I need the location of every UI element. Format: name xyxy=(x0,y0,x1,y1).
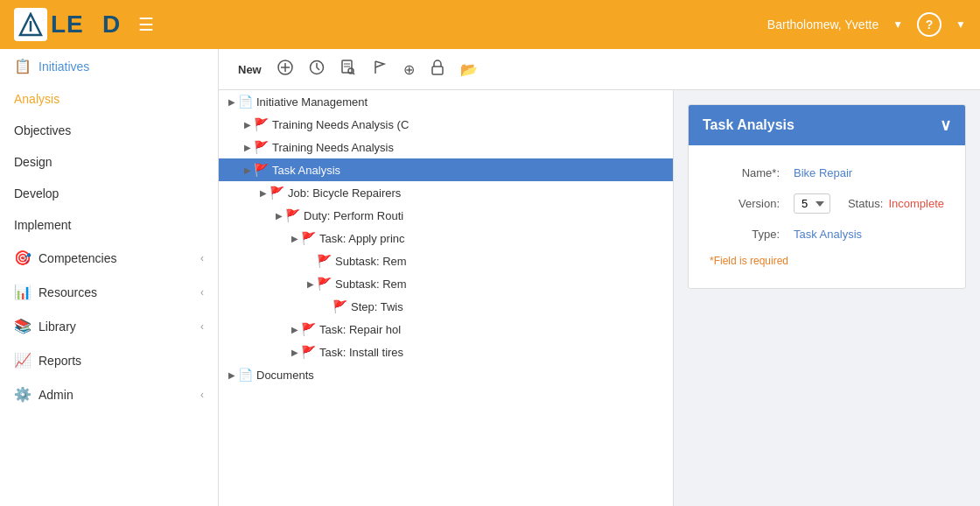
tree-toggle-task-analysis[interactable]: ▶ xyxy=(242,164,254,176)
flag-icon xyxy=(372,60,388,79)
tree-toggle-duty[interactable]: ▶ xyxy=(273,209,285,221)
tree-toggle-repair[interactable]: ▶ xyxy=(289,323,301,335)
type-value: Task Analysis xyxy=(794,228,862,241)
content-area: ▶ 📄 Initiative Management ▶ 🚩 Training N… xyxy=(219,90,980,506)
tree-label-subtask-rem-1: Subtask: Rem xyxy=(335,255,407,268)
lock-button[interactable] xyxy=(425,56,450,82)
status-section: Status: Incomplete xyxy=(848,197,944,210)
tree-item-training-needs-2[interactable]: ▶ 🚩 Training Needs Analysis xyxy=(219,136,673,158)
sidebar-item-develop[interactable]: Develop xyxy=(0,178,218,209)
competencies-icon: 🎯 xyxy=(14,249,32,266)
tree-panel: ▶ 📄 Initiative Management ▶ 🚩 Training N… xyxy=(219,90,674,506)
sidebar-label-design: Design xyxy=(14,155,52,169)
flag-button[interactable] xyxy=(367,56,393,82)
tree-item-task-analysis[interactable]: ▶ 🚩 Task Analysis xyxy=(219,158,673,181)
clock-icon xyxy=(309,60,325,75)
card-collapse-button[interactable]: ∨ xyxy=(940,116,951,135)
tree-label-documents: Documents xyxy=(256,369,314,382)
folder-button[interactable]: 📂 xyxy=(455,58,483,81)
resources-arrow: ‹ xyxy=(200,286,204,299)
header-left: LEAD ☰ xyxy=(14,8,154,41)
app-header: LEAD ☰ Bartholomew, Yvette ▼ ? ▼ xyxy=(0,0,980,49)
history-button[interactable] xyxy=(304,56,330,82)
sidebar-item-objectives[interactable]: Objectives xyxy=(0,115,218,146)
plus-circle-icon xyxy=(277,60,293,75)
user-name[interactable]: Bartholomew, Yvette xyxy=(767,18,878,32)
version-select[interactable]: 5 xyxy=(794,193,830,214)
svg-rect-12 xyxy=(432,67,443,74)
admin-left: ⚙️ Admin xyxy=(14,386,74,403)
tree-item-subtask-rem-2[interactable]: ▶ 🚩 Subtask: Rem xyxy=(219,272,673,295)
lock-icon xyxy=(430,60,444,79)
resources-icon: 📊 xyxy=(14,284,32,300)
sidebar-label-implement: Implement xyxy=(14,218,71,232)
history-icon xyxy=(309,60,325,79)
tree-item-duty-perform[interactable]: ▶ 🚩 Duty: Perform Routi xyxy=(219,204,673,227)
tree-toggle-job[interactable]: ▶ xyxy=(257,186,270,199)
form-row-name: Name*: Bike Repair xyxy=(710,166,944,179)
svg-line-10 xyxy=(353,73,354,74)
flag-yellow-icon-task: 🚩 xyxy=(254,163,269,177)
help-button[interactable]: ? xyxy=(917,12,942,37)
tree-toggle-subtask2[interactable]: ▶ xyxy=(304,278,317,290)
tree-doc-icon-initiative: 📄 xyxy=(238,95,253,109)
sidebar-item-library[interactable]: 📚 Library ‹ xyxy=(0,309,218,343)
tree-item-initiative-mgmt[interactable]: ▶ 📄 Initiative Management xyxy=(219,90,673,113)
logo-icon xyxy=(14,8,47,41)
library-arrow: ‹ xyxy=(200,320,204,333)
sidebar-item-implement[interactable]: Implement xyxy=(0,209,218,241)
tree-item-job-bicycle[interactable]: ▶ 🚩 Job: Bicycle Repairers xyxy=(219,181,673,204)
folder-icon: 📂 xyxy=(460,61,478,78)
sidebar-item-initiatives[interactable]: 📋 Initiatives xyxy=(0,49,218,83)
logo-text: LEAD xyxy=(51,11,121,39)
tree-toggle-task-apply[interactable]: ▶ xyxy=(289,232,301,244)
circle-add-button[interactable]: ⊕ xyxy=(398,58,420,81)
tree-label-task-install: Task: Install tires xyxy=(319,346,403,359)
magnifier-doc-icon xyxy=(340,60,356,75)
flag-green-icon-repair: 🚩 xyxy=(301,322,316,336)
tree-label-initiative-mgmt: Initiative Management xyxy=(256,95,368,109)
user-dropdown-arrow[interactable]: ▼ xyxy=(892,18,903,31)
tree-doc-icon-documents: 📄 xyxy=(238,368,253,382)
tree-item-training-needs-1[interactable]: ▶ 🚩 Training Needs Analysis (C xyxy=(219,113,673,136)
tree-item-task-apply[interactable]: ▶ 🚩 Task: Apply princ xyxy=(219,227,673,249)
tree-toggle-initiative[interactable]: ▶ xyxy=(226,95,238,108)
tree-label-training-needs-2: Training Needs Analysis xyxy=(272,141,394,154)
tree-toggle-training1[interactable]: ▶ xyxy=(242,118,254,130)
tree-label-task-repair: Task: Repair hol xyxy=(319,323,401,336)
tree-item-documents[interactable]: ▶ 📄 Documents xyxy=(219,363,673,386)
search-button[interactable] xyxy=(335,56,361,82)
name-value: Bike Repair xyxy=(794,166,852,179)
tree-item-subtask-rem-1[interactable]: 🚩 Subtask: Rem xyxy=(219,249,673,272)
admin-arrow: ‹ xyxy=(200,389,204,401)
sidebar-item-reports[interactable]: 📈 Reports xyxy=(0,343,218,377)
sidebar-item-analysis[interactable]: Analysis xyxy=(0,83,218,115)
flag-yellow-icon-job: 🚩 xyxy=(270,186,284,200)
sidebar-item-design[interactable]: Design xyxy=(0,146,218,178)
form-row-version-status: Version: 5 Status: Incomplete xyxy=(710,193,944,214)
logo-svg xyxy=(18,12,43,37)
tree-toggle-training2[interactable]: ▶ xyxy=(242,141,254,153)
sidebar-item-competencies[interactable]: 🎯 Competencies ‹ xyxy=(0,241,218,275)
help-dropdown-arrow[interactable]: ▼ xyxy=(956,18,966,31)
main-layout: 📋 Initiatives Analysis Objectives Design… xyxy=(0,49,980,506)
competencies-left: 🎯 Competencies xyxy=(14,249,117,266)
add-icon-button[interactable] xyxy=(272,56,298,82)
sidebar-item-resources[interactable]: 📊 Resources ‹ xyxy=(0,275,218,309)
tree-item-task-install[interactable]: ▶ 🚩 Task: Install tires xyxy=(219,341,673,363)
sidebar-label-library: Library xyxy=(38,320,76,334)
tree-label-job-bicycle: Job: Bicycle Repairers xyxy=(288,186,401,200)
flag-green-icon-apply: 🚩 xyxy=(301,231,316,245)
tree-toggle-install[interactable]: ▶ xyxy=(289,346,301,358)
tree-item-task-repair[interactable]: ▶ 🚩 Task: Repair hol xyxy=(219,318,673,341)
library-left: 📚 Library xyxy=(14,318,76,334)
new-button[interactable]: New xyxy=(233,60,267,80)
main-content: New xyxy=(219,49,980,506)
reports-icon: 📈 xyxy=(14,352,32,369)
required-note: *Field is required xyxy=(710,255,944,267)
sidebar-item-admin[interactable]: ⚙️ Admin ‹ xyxy=(0,377,218,411)
hamburger-menu[interactable]: ☰ xyxy=(138,14,154,35)
flag-green-icon-install: 🚩 xyxy=(301,345,316,359)
tree-item-step-twis[interactable]: 🚩 Step: Twis xyxy=(219,295,673,318)
tree-toggle-documents[interactable]: ▶ xyxy=(226,369,238,381)
